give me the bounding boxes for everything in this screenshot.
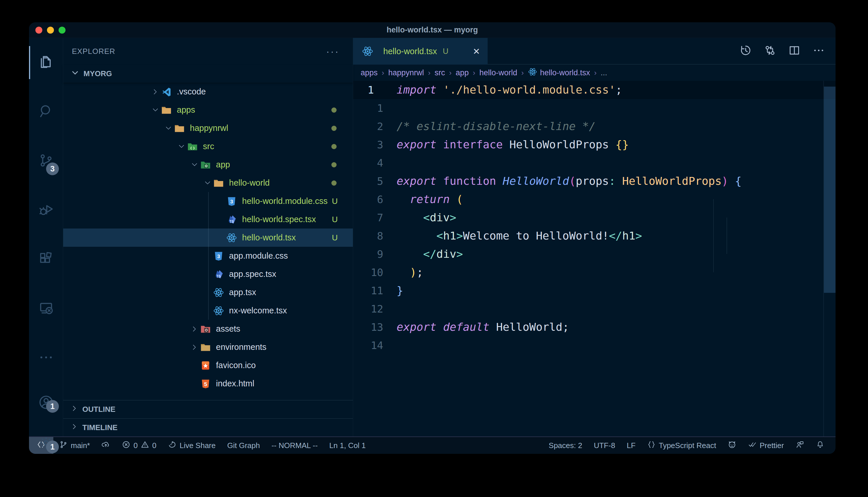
status-item-prettier[interactable]: Prettier	[742, 437, 790, 454]
line-number: 13	[353, 318, 397, 336]
code-line-6[interactable]: 5export function HelloWorld(props: Hello…	[353, 172, 836, 190]
breadcrumb-symbol-trailing[interactable]: ...	[601, 68, 607, 77]
indent-guide	[727, 217, 727, 254]
breadcrumb-item-app[interactable]: app	[456, 68, 469, 77]
code-line-14[interactable]: 13export default HelloWorld;	[353, 318, 836, 336]
line-number: 3	[353, 136, 397, 154]
tree-item--vscode[interactable]: .vscode	[63, 83, 353, 101]
react-icon	[213, 305, 224, 316]
close-window-button[interactable]	[36, 27, 42, 33]
tree-item-assets[interactable]: assets	[63, 320, 353, 338]
activity-bar-item-more-views[interactable]	[29, 333, 63, 383]
breadcrumb-item-apps[interactable]: apps	[361, 68, 378, 77]
status-item-eol[interactable]: LF	[621, 437, 641, 454]
breadcrumb-item-file[interactable]: hello-world.tsx	[528, 67, 590, 79]
files-icon	[38, 54, 54, 71]
close-tab-button[interactable]: ✕	[473, 46, 480, 56]
svg-text:TS: TS	[216, 274, 221, 278]
activity-bar-item-extensions[interactable]	[29, 235, 63, 284]
status-item-vim-mode[interactable]: -- NORMAL --	[265, 437, 323, 454]
status-item-publish-changes[interactable]	[96, 437, 116, 454]
vscode-window: hello-world.tsx — myorg 311 EXPLORER ···…	[29, 22, 836, 454]
code-line-3[interactable]: 2/* eslint-disable-next-line */	[353, 117, 836, 136]
code-line-7[interactable]: 6 return (	[353, 190, 836, 209]
badge: 1	[46, 441, 59, 453]
breadcrumb-item-happynrwl[interactable]: happynrwl	[388, 68, 424, 77]
tree-item-hello-world[interactable]: hello-world	[63, 174, 353, 192]
tree-item-apps[interactable]: apps	[63, 101, 353, 119]
code-line-8[interactable]: 7 <div>	[353, 209, 836, 227]
activity-bar-item-explorer[interactable]	[29, 38, 63, 87]
code-line-2[interactable]: 1	[353, 99, 836, 117]
activity-bar-item-settings[interactable]: 1	[29, 423, 63, 454]
status-item-live-share[interactable]: Live Share	[162, 437, 221, 454]
tree-item-index-html[interactable]: 5index.html	[63, 374, 353, 393]
status-item-notifications[interactable]	[810, 437, 830, 454]
code-line-1[interactable]: 1import './hello-world.module.css';	[353, 81, 836, 99]
code-line-content	[397, 99, 836, 117]
git-untracked-badge: U	[332, 233, 338, 242]
section-header-outline[interactable]: OUTLINE	[63, 400, 353, 418]
favicon-icon	[200, 360, 211, 371]
more-actions-button[interactable]	[812, 44, 825, 58]
line-number: 9	[353, 245, 397, 263]
status-item-github[interactable]	[722, 437, 742, 454]
tree-item-favicon-ico[interactable]: favicon.ico	[63, 356, 353, 374]
status-item-language-mode[interactable]: TypeScript React	[641, 437, 722, 454]
breadcrumb-item-hello-world[interactable]: hello-world	[479, 68, 517, 77]
activity-bar-item-accounts[interactable]: 1	[29, 383, 63, 423]
status-item-feedback[interactable]	[790, 437, 810, 454]
tab-hello-world-tsx[interactable]: hello-world.tsx U ✕	[353, 38, 488, 65]
tree-item-happynrwl[interactable]: happynrwl	[63, 119, 353, 137]
tree-item-src[interactable]: src	[63, 137, 353, 156]
split-editor-button[interactable]	[788, 44, 801, 58]
react-icon	[528, 67, 537, 79]
activity-bar-item-run-debug[interactable]	[29, 186, 63, 235]
code-line-12[interactable]: 11}	[353, 282, 836, 300]
tree-item-app[interactable]: app	[63, 156, 353, 174]
code-line-11[interactable]: 10 );	[353, 263, 836, 282]
feedback-icon	[796, 440, 804, 451]
tree-item-label: apps	[177, 105, 331, 115]
status-item-problems[interactable]: 00	[116, 437, 162, 454]
breadcrumb-item-src[interactable]: src	[435, 68, 445, 77]
code-line-5[interactable]: 4	[353, 154, 836, 172]
status-item-label: -- NORMAL --	[271, 441, 317, 450]
code-line-content: export interface HelloWorldProps {}	[397, 136, 836, 154]
error-icon	[122, 440, 130, 451]
tree-item-label: app	[216, 160, 331, 169]
compare-icon	[763, 44, 776, 58]
scrollbar-slider[interactable]	[824, 87, 836, 293]
code-line-4[interactable]: 3export interface HelloWorldProps {}	[353, 136, 836, 154]
zoom-window-button[interactable]	[58, 27, 66, 33]
views-and-more-actions-button[interactable]: ···	[326, 46, 340, 57]
code-line-15[interactable]: 14	[353, 336, 836, 355]
code-line-9[interactable]: 8 <h1>Welcome to HelloWorld!</h1>	[353, 227, 836, 245]
git-modified-dot	[331, 162, 336, 167]
code-editor[interactable]: 1import './hello-world.module.css';12/* …	[353, 81, 836, 437]
status-item-encoding[interactable]: UTF-8	[588, 437, 621, 454]
status-item-git-graph[interactable]: Git Graph	[221, 437, 266, 454]
minimize-window-button[interactable]	[47, 27, 54, 33]
git-modified-dot	[331, 108, 336, 113]
open-timeline-button[interactable]	[739, 44, 752, 58]
chevron-right-icon	[189, 343, 200, 351]
tree-item-label: src	[203, 142, 331, 151]
open-changes-button[interactable]	[763, 44, 776, 58]
code-line-13[interactable]: 12	[353, 300, 836, 318]
tree-item-environments[interactable]: environments	[63, 338, 353, 356]
status-item-label: Live Share	[179, 441, 216, 450]
activity-bar-item-source-control[interactable]: 3	[29, 137, 63, 186]
debug-icon	[38, 202, 54, 219]
section-header-timeline[interactable]: TIMELINE	[63, 418, 353, 437]
activity-bar-item-remote-explorer[interactable]	[29, 284, 63, 333]
tree-root-myorg[interactable]: MYORG	[63, 65, 353, 83]
code-line-content	[397, 154, 836, 172]
code-line-content	[397, 336, 836, 355]
chevron-down-icon	[163, 125, 174, 132]
activity-bar-item-search[interactable]	[29, 87, 63, 137]
code-line-10[interactable]: 9 </div>	[353, 245, 836, 263]
status-item-cursor-position[interactable]: Ln 1, Col 1	[323, 437, 372, 454]
editor-actions	[739, 38, 836, 64]
status-item-indentation[interactable]: Spaces: 2	[543, 437, 588, 454]
